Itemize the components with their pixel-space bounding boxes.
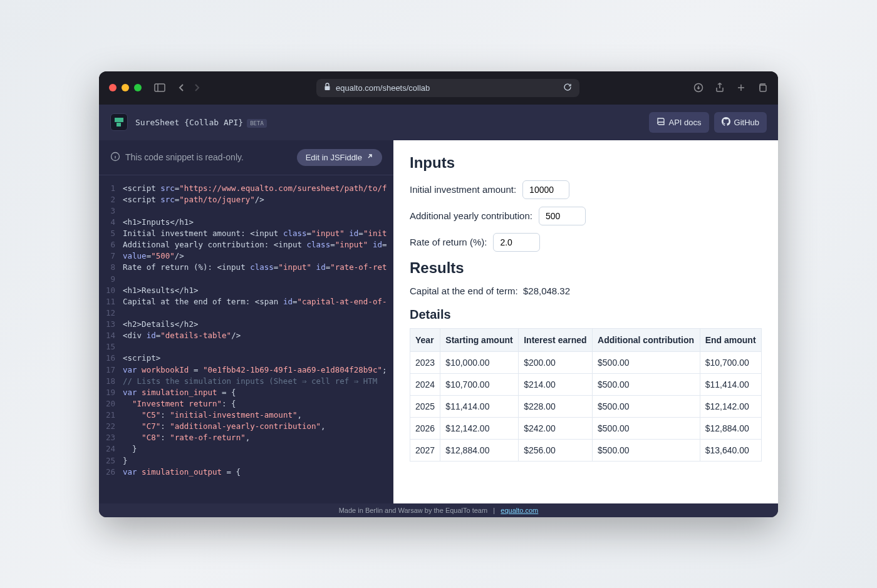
plus-icon[interactable] (735, 82, 747, 93)
code-line: 13<h2>Details</h2> (99, 319, 393, 330)
capital-value: $28,048.32 (523, 286, 570, 296)
beta-badge: BETA (247, 119, 267, 128)
table-cell: $500.00 (593, 439, 700, 461)
forward-icon[interactable] (192, 82, 203, 93)
line-number: 10 (99, 285, 123, 296)
tabs-icon[interactable] (757, 82, 768, 93)
table-cell: $13,640.00 (700, 439, 761, 461)
github-icon (722, 117, 730, 128)
close-window-button[interactable] (109, 84, 117, 91)
line-content: <script> (123, 353, 160, 364)
table-cell: $500.00 (593, 417, 700, 439)
table-cell: $11,414.00 (700, 373, 761, 395)
code-line: 8Rate of return (%): <input class="input… (99, 262, 393, 273)
reload-icon[interactable] (563, 83, 572, 93)
line-number: 21 (99, 410, 123, 421)
initial-investment-input[interactable] (522, 180, 569, 199)
maximize-window-button[interactable] (134, 84, 142, 91)
github-button[interactable]: GitHub (714, 112, 767, 133)
code-line: 23 "C8": "rate-of-return", (99, 432, 393, 443)
line-number: 14 (99, 330, 123, 341)
table-cell: 2027 (410, 439, 440, 461)
table-cell: $500.00 (593, 373, 700, 395)
code-line: 4<h1>Inputs</h1> (99, 217, 393, 228)
url-bar[interactable]: equalto.com/sheets/collab (316, 79, 579, 97)
code-line: 14<div id="details-table"/> (99, 330, 393, 341)
code-line: 3 (99, 205, 393, 217)
download-icon[interactable] (693, 82, 704, 93)
line-content: } (123, 443, 137, 455)
table-cell: $10,000.00 (440, 351, 519, 373)
line-number: 8 (99, 262, 123, 273)
code-line: 7value="500"/> (99, 250, 393, 262)
table-header: Starting amount (440, 328, 519, 351)
line-number: 11 (99, 296, 123, 307)
line-content: <script src="https://www.equalto.com/sur… (123, 183, 387, 194)
line-content: var simulation_input = { (123, 387, 236, 398)
code-line: 26var simulation_output = { (99, 467, 393, 478)
code-line: 10<h1>Results</h1> (99, 285, 393, 296)
code-line: 2<script src="path/to/jquery"/> (99, 194, 393, 205)
line-content: <h1>Inputs</h1> (123, 217, 194, 228)
table-cell: $256.00 (519, 439, 593, 461)
table-header: Additional contribution (593, 328, 700, 351)
line-content: "C8": "rate-of-return", (123, 432, 250, 443)
code-line: 16<script> (99, 353, 393, 364)
sidebar-icon[interactable] (154, 82, 165, 93)
results-heading: Results (410, 259, 762, 277)
line-number: 2 (99, 194, 123, 205)
code-editor[interactable]: 1<script src="https://www.equalto.com/su… (99, 175, 393, 503)
svg-rect-2 (325, 86, 330, 91)
line-content: <script src="path/to/jquery"/> (123, 194, 264, 205)
table-row: 2023$10,000.00$200.00$500.00$10,700.00 (410, 351, 762, 373)
share-icon[interactable] (714, 82, 725, 93)
table-cell: $10,700.00 (700, 351, 761, 373)
line-number: 7 (99, 250, 123, 262)
traffic-lights (109, 84, 142, 91)
svg-rect-0 (155, 84, 165, 91)
table-cell: $12,884.00 (700, 417, 761, 439)
browser-title-bar: equalto.com/sheets/collab (99, 71, 778, 105)
rate-of-return-input[interactable] (493, 233, 540, 252)
code-panel: This code snippet is read-only. Edit in … (99, 140, 393, 503)
main-content: This code snippet is read-only. Edit in … (99, 140, 778, 503)
code-line: 1<script src="https://www.equalto.com/su… (99, 183, 393, 194)
lock-icon (324, 83, 331, 93)
table-cell: $12,142.00 (440, 417, 519, 439)
footer: Made in Berlin and Warsaw by the EqualTo… (99, 503, 778, 517)
footer-link[interactable]: equalto.com (501, 507, 538, 514)
readonly-notice: This code snippet is read-only. (110, 152, 244, 163)
additional-contribution-label: Additional yearly contribution: (410, 210, 532, 221)
svg-rect-4 (760, 85, 766, 91)
browser-window: equalto.com/sheets/collab (99, 71, 778, 517)
table-row: 2024$10,700.00$214.00$500.00$11,414.00 (410, 373, 762, 395)
table-cell: $11,414.00 (440, 395, 519, 417)
line-content: "C5": "initial-investment-amount", (123, 410, 302, 421)
minimize-window-button[interactable] (122, 84, 129, 91)
line-number: 15 (99, 341, 123, 353)
code-header: This code snippet is read-only. Edit in … (99, 140, 393, 175)
edit-in-jsfiddle-button[interactable]: Edit in JSFiddle (297, 149, 382, 166)
table-cell: 2024 (410, 373, 440, 395)
line-number: 9 (99, 274, 123, 285)
line-number: 3 (99, 205, 123, 217)
line-number: 1 (99, 183, 123, 194)
line-number: 6 (99, 239, 123, 250)
api-docs-button[interactable]: API docs (649, 112, 709, 133)
back-icon[interactable] (175, 82, 187, 93)
app-header: SureSheet {Collab API}BETA API docs GitH… (99, 105, 778, 140)
table-cell: $500.00 (593, 351, 700, 373)
line-number: 26 (99, 467, 123, 478)
details-heading: Details (410, 307, 762, 322)
info-icon (110, 152, 120, 163)
additional-contribution-input[interactable] (539, 207, 586, 225)
line-content: <h1>Results</h1> (123, 285, 198, 296)
line-number: 12 (99, 307, 123, 319)
table-cell: $12,884.00 (440, 439, 519, 461)
line-number: 19 (99, 387, 123, 398)
table-cell: $242.00 (519, 417, 593, 439)
app-title: SureSheet {Collab API}BETA (135, 118, 267, 127)
table-cell: $228.00 (519, 395, 593, 417)
code-line: 6Additional yearly contribution: <input … (99, 239, 393, 250)
line-number: 13 (99, 319, 123, 330)
